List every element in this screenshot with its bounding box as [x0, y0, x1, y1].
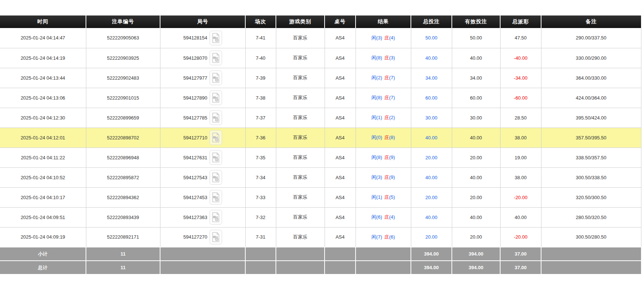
- player-result-label: 闲: [371, 115, 376, 120]
- table-row[interactable]: 2025-01-24 04:13:44 522220902483 5941279…: [0, 68, 641, 88]
- table-row[interactable]: 2025-01-24 04:13:06 522220901015 5941278…: [0, 88, 641, 108]
- time-cell: 2025-01-24 04:14:47: [0, 28, 86, 48]
- result-cell: 闲(8)庄(9): [356, 148, 411, 167]
- remark-cell: 395.50/424.00: [541, 108, 641, 128]
- total-bet-cell: 20.00: [411, 148, 452, 167]
- banker-result-label: 庄: [384, 35, 389, 41]
- video-file-icon: [211, 53, 220, 63]
- valid-bet-cell: 40.00: [452, 207, 500, 227]
- table-row[interactable]: 2025-01-24 04:10:52 522220895872 5941275…: [0, 167, 641, 187]
- table-row[interactable]: 2025-01-24 04:12:30 522220899659 5941277…: [0, 108, 641, 128]
- banker-result-score: (4): [389, 214, 395, 220]
- banker-result-score: (3): [389, 55, 395, 60]
- remark-cell: 300.50/280.50: [541, 227, 641, 247]
- video-replay-button[interactable]: [210, 70, 222, 85]
- valid-bet-cell: 30.00: [452, 108, 500, 128]
- bet-number-cell: 522220903925: [86, 48, 160, 68]
- table-row[interactable]: 2025-01-24 04:11:22 522220896948 5941276…: [0, 148, 641, 167]
- bet-number-cell: 522220898702: [86, 128, 160, 148]
- session-cell: 7-34: [245, 167, 276, 187]
- summary-valid-bet-cell: 394.00: [452, 261, 500, 274]
- payout-cell: -20.00: [500, 227, 541, 247]
- video-file-icon: [211, 232, 220, 242]
- round-number: 594127890: [183, 95, 207, 101]
- total-bet-cell: 20.00: [411, 187, 452, 207]
- banker-result-score: (9): [389, 174, 395, 180]
- video-replay-button[interactable]: [210, 110, 222, 125]
- video-replay-button[interactable]: [210, 31, 222, 45]
- total-bet-cell: 60.00: [411, 88, 452, 108]
- table-row[interactable]: 2025-01-24 04:14:19 522220903925 5941280…: [0, 48, 641, 68]
- round-number: 594127543: [183, 175, 207, 180]
- total-bet-cell: 30.00: [411, 108, 452, 128]
- bet-number-cell: 522220902483: [86, 68, 160, 88]
- player-result-score: (6): [376, 214, 382, 220]
- banker-result-label: 庄: [384, 135, 389, 140]
- table-row[interactable]: 2025-01-24 04:14:47 522220905063 5941281…: [0, 28, 641, 48]
- round-cell: 594127977: [160, 68, 245, 88]
- player-result-label: 闲: [371, 194, 376, 200]
- video-replay-button[interactable]: [210, 190, 222, 205]
- result-cell: 闲(6)庄(4): [356, 207, 411, 227]
- table-no-cell: AS4: [325, 68, 356, 88]
- remark-cell: 330.00/290.00: [541, 48, 641, 68]
- player-result-score: (7): [376, 234, 382, 240]
- round-number: 594127977: [183, 75, 207, 81]
- col-header-table-no: 桌号: [325, 15, 356, 28]
- time-cell: 2025-01-24 04:13:44: [0, 68, 86, 88]
- table-row[interactable]: 2025-01-24 04:09:51 522220893439 5941273…: [0, 207, 641, 227]
- video-replay-button[interactable]: [210, 170, 222, 185]
- col-header-time: 时间: [0, 15, 86, 28]
- banker-result-label: 庄: [384, 95, 389, 100]
- remark-cell: 290.00/337.50: [541, 28, 641, 48]
- video-file-icon: [211, 132, 220, 143]
- player-result-score: (3): [376, 174, 382, 180]
- session-cell: 7-33: [245, 187, 276, 207]
- banker-result-label: 庄: [384, 115, 389, 120]
- col-header-valid-bet: 有效投注: [452, 15, 500, 28]
- player-result-score: (2): [376, 75, 382, 80]
- table-row[interactable]: 2025-01-24 04:10:17 522220894362 5941274…: [0, 187, 641, 207]
- bet-number-cell: 522220901015: [86, 88, 160, 108]
- banker-result-score: (7): [389, 95, 395, 100]
- time-cell: 2025-01-24 04:13:06: [0, 88, 86, 108]
- table-row[interactable]: 2025-01-24 04:09:19 522220892171 5941272…: [0, 227, 641, 247]
- time-cell: 2025-01-24 04:10:17: [0, 187, 86, 207]
- result-cell: 闲(3)庄(4): [356, 28, 411, 48]
- video-replay-button[interactable]: [210, 150, 222, 165]
- round-number: 594127631: [183, 155, 207, 160]
- banker-result-label: 庄: [384, 194, 389, 200]
- video-replay-button[interactable]: [210, 130, 222, 145]
- round-cell: 594128070: [160, 48, 245, 68]
- game-type-cell: 百家乐: [276, 187, 325, 207]
- banker-result-score: (5): [389, 194, 395, 200]
- total-bet-cell: 34.00: [411, 68, 452, 88]
- table-row[interactable]: 2025-01-24 04:12:01 522220898702 5941277…: [0, 128, 641, 148]
- video-replay-button[interactable]: [210, 51, 222, 65]
- video-replay-button[interactable]: [210, 210, 222, 225]
- video-file-icon: [211, 33, 220, 43]
- round-number: 594128154: [183, 35, 207, 41]
- video-file-icon: [211, 73, 220, 83]
- valid-bet-cell: 40.00: [452, 48, 500, 68]
- time-cell: 2025-01-24 04:11:22: [0, 148, 86, 167]
- result-cell: 闲(0)庄(8): [356, 128, 411, 148]
- player-result-label: 闲: [371, 135, 376, 140]
- video-file-icon: [211, 93, 220, 103]
- remark-cell: 280.50/320.50: [541, 207, 641, 227]
- remark-cell: 320.50/300.50: [541, 187, 641, 207]
- time-cell: 2025-01-24 04:09:51: [0, 207, 86, 227]
- col-header-session: 场次: [245, 15, 276, 28]
- round-number: 594127785: [183, 115, 207, 121]
- round-cell: 594127710: [160, 128, 245, 148]
- col-header-bet-number: 注单编号: [86, 15, 160, 28]
- table-no-cell: AS4: [325, 128, 356, 148]
- video-replay-button[interactable]: [210, 230, 222, 244]
- empty-cell: [325, 261, 356, 274]
- video-replay-button[interactable]: [210, 90, 222, 105]
- valid-bet-cell: 20.00: [452, 148, 500, 167]
- empty-cell: [276, 247, 325, 261]
- payout-cell: -60.00: [500, 88, 541, 108]
- session-cell: 7-31: [245, 227, 276, 247]
- round-number: 594127363: [183, 215, 207, 220]
